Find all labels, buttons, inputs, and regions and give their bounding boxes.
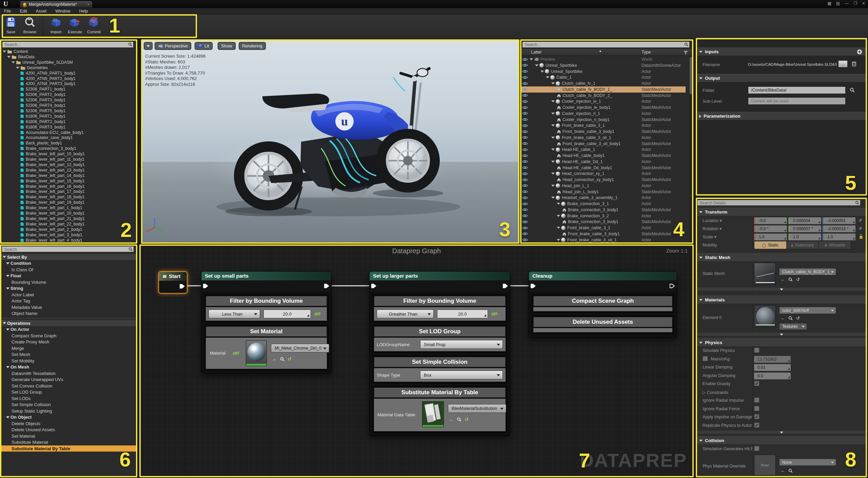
expand-arrow-icon[interactable] (6, 287, 9, 290)
expand-arrow-icon[interactable] (551, 137, 555, 139)
tree-asset-item[interactable]: 61806_PART1_body1 (1, 114, 137, 119)
physics-checkbox-simulate-physics[interactable] (754, 347, 760, 353)
parameterization-section-header[interactable]: Parameterization (696, 112, 866, 120)
static-mesh-dropdown[interactable]: Clutch_cable_fv_BODY_1_ (779, 268, 836, 275)
palette-item-compact-scene-graph[interactable]: Compact Scene Graph (1, 333, 137, 339)
viewport-perspective-button[interactable]: Perspective (155, 42, 191, 50)
transform-section-header[interactable]: Transform (696, 208, 866, 216)
outliner-row[interactable]: Head-HE_cable_Dd_1Actor (521, 159, 686, 165)
palette-item-on-actor[interactable]: On Actor (1, 326, 137, 333)
browse-to-asset-icon[interactable] (788, 316, 793, 320)
set-material-block[interactable]: Set Material Material MI_Metal_Chrome_Di… (204, 325, 329, 371)
palette-item-float[interactable]: Float (1, 273, 137, 279)
tree-asset-item[interactable]: Brake_lever_left_part_18_body1 (1, 194, 137, 200)
expand-arrow-icon[interactable] (535, 64, 538, 66)
scale-z-field[interactable]: 1.0 (823, 234, 855, 240)
expand-arrow-icon[interactable] (557, 239, 560, 241)
palette-item-operations[interactable]: Operations (1, 320, 137, 326)
use-selected-icon[interactable]: ← (781, 468, 785, 473)
phys-override-dropdown[interactable]: None (779, 459, 836, 466)
minimize-icon[interactable]: — (845, 1, 849, 6)
outliner-row[interactable]: Brake_connection_3_2Actor (521, 213, 686, 219)
outliner-row[interactable]: Front_brake_cable_3_1Actor (521, 122, 686, 128)
outliner-row[interactable]: Head-HE_cable_body1StaticMeshActor (521, 153, 686, 159)
expand-arrow-icon[interactable] (551, 161, 555, 163)
material-asset-dropdown[interactable]: MI_Metal_Chrome_Dirt_03_Dark (271, 344, 329, 353)
location-y-field[interactable]: 0.000004 (788, 217, 821, 224)
expand-arrow-icon[interactable] (12, 61, 15, 63)
material-element-thumbnail[interactable] (754, 305, 776, 327)
physics-checkbox-ignore-radial-force[interactable] (754, 406, 760, 411)
material-element-dropdown[interactable]: color_83878cff (779, 307, 836, 314)
content-search-input[interactable]: Search... (2, 41, 134, 48)
output-section-header[interactable]: Output (696, 74, 866, 82)
palette-item-on-mesh[interactable]: On Mesh (1, 364, 137, 370)
inputs-section-header[interactable]: Inputs (696, 47, 866, 56)
outliner-row[interactable]: Cooler_injection_le_body1StaticMeshActor (521, 104, 686, 111)
tree-asset-item[interactable]: Brake_lever_left_part_19_body1 (1, 200, 137, 205)
expand-arrow-icon[interactable] (6, 275, 9, 277)
filter-operator-dropdown[interactable]: Greather Than (377, 310, 434, 318)
outliner-row[interactable]: Head_connection_xy_body1StaticMeshActor (521, 177, 686, 183)
expand-arrow-icon[interactable] (551, 82, 555, 84)
palette-item-metadata-value[interactable]: Metadata Value (1, 304, 137, 310)
tree-asset-item[interactable]: Brake_lever_left_part_3_body1 (1, 232, 137, 238)
tree-asset-item[interactable]: 52306_PART4_body1 (1, 103, 137, 108)
location-z-field[interactable]: -0.000001 (823, 217, 855, 224)
expand-arrow-icon[interactable] (16, 67, 19, 69)
textures-button[interactable]: Textures (779, 323, 807, 330)
shape-type-dropdown[interactable]: Box (420, 371, 503, 379)
tree-asset-item[interactable]: Brake_lever_left_part_16_body1 (1, 184, 137, 189)
outliner-row[interactable]: Cable_1Actor (521, 74, 686, 80)
filename-browse-button[interactable]: ... (838, 60, 848, 67)
reset-icon[interactable]: ↺ (796, 277, 800, 282)
material-thumbnail[interactable] (246, 340, 267, 366)
filter-funnel-icon[interactable] (684, 51, 688, 55)
mobility-segmented-control[interactable]: ◯Static⧫Stationary✥Movable (754, 241, 851, 249)
compact-scene-graph-block[interactable]: Compact Scene Graph (532, 294, 674, 313)
tree-asset-item[interactable]: 52306_PART5_body1 (1, 108, 137, 114)
location-x-field[interactable]: -0.0 (754, 217, 787, 224)
viewport-panel[interactable]: u (142, 40, 519, 243)
outliner-row[interactable]: Clutch_cable_fv_BODY_2_StaticMeshActor (521, 93, 686, 99)
tree-asset-item[interactable]: 52306_PART2_body1 (1, 92, 137, 97)
link-icon[interactable] (491, 311, 497, 317)
palette-item-string[interactable]: String (1, 285, 137, 292)
outliner-row[interactable]: Clutch_cable_fv_1Actor (521, 80, 686, 86)
tree-asset-item[interactable]: 52306_PART1_body1 (1, 86, 137, 92)
physics-field-linear-damping[interactable]: 0.01 (754, 364, 791, 371)
palette-item-is-class-of[interactable]: Is Class Of (1, 266, 137, 273)
save-button[interactable]: Save (2, 16, 20, 34)
expand-arrow-icon[interactable] (6, 416, 9, 418)
import-button[interactable]: Import (47, 16, 65, 34)
tree-asset-item[interactable]: Accumulator_case_body1 (1, 135, 137, 140)
palette-item-set-lod-group[interactable]: Set LOD Group (1, 389, 137, 395)
maximize-icon[interactable]: ❐ (853, 1, 857, 6)
expand-arrow-icon[interactable] (557, 215, 560, 217)
tree-asset-item[interactable]: Brake_lever_left_part_20_body1 (1, 211, 137, 216)
tree-asset-item[interactable]: Accumulator-ECU_cable_body1 (1, 130, 137, 135)
window-controls[interactable]: ▦▤—❐✕ (827, 1, 865, 6)
execute-button[interactable]: Execute (66, 16, 84, 34)
delete-unused-assets-block[interactable]: Delete Unused Assets (532, 315, 674, 334)
expand-arrow-icon[interactable] (551, 173, 555, 175)
menu-help[interactable]: Help (79, 9, 88, 14)
outliner-row[interactable]: Front_brake_cable_3_body1StaticMeshActor (521, 128, 686, 135)
palette-item-select-by[interactable]: Select By (1, 254, 137, 260)
physics-checkbox-apply-impulse-on-damage[interactable]: ✓ (754, 414, 760, 419)
delete-input-icon[interactable] (852, 61, 856, 66)
phys-override-thumbnail[interactable]: None (754, 455, 776, 476)
dataprep-graph-panel[interactable]: Dataprep Graph Zoom 1:1 DATAPREP Start S… (140, 245, 693, 477)
physics-field-angular-damping[interactable]: 0.0 (754, 373, 791, 379)
expand-arrow-icon[interactable] (557, 203, 560, 205)
outliner-row[interactable]: Head_connection_xy_1Actor (521, 171, 686, 177)
expand-arrow-icon[interactable] (3, 51, 6, 53)
tree-asset-item[interactable]: Brake_lever_left_part_12_body1 (1, 162, 137, 167)
tree-asset-item[interactable]: Brake_lever_left_part_1_body1 (1, 205, 137, 211)
outliner-row[interactable]: Head-HE_cable_1Actor (521, 146, 686, 153)
palette-item-set-lods[interactable]: Set LODs (1, 395, 137, 401)
sublevel-field[interactable]: Current will be used (748, 97, 846, 105)
mobility-option-movable[interactable]: ✥Movable (819, 241, 851, 249)
palette-item-condition[interactable]: Condition (1, 260, 137, 266)
mobility-option-stationary[interactable]: ⧫Stationary (787, 241, 819, 249)
